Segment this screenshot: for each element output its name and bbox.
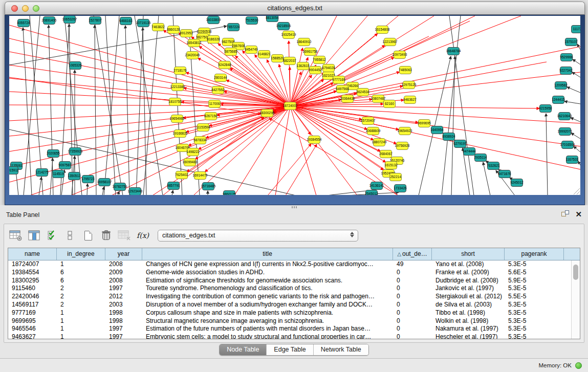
graph-node[interactable]: 1209582 [554, 82, 568, 90]
scrollbar-thumb[interactable] [573, 265, 578, 280]
graph-node[interactable]: 20891406 [42, 17, 57, 25]
vertical-scrollbar[interactable] [571, 260, 580, 339]
graph-node[interactable]: 1795723 [81, 176, 95, 183]
graph-node[interactable]: 8912953 [180, 30, 193, 37]
column-header-title[interactable]: title [142, 248, 393, 260]
graph-node[interactable]: 20364436 [340, 95, 355, 103]
graph-node[interactable]: 6497568 [336, 85, 349, 93]
graph-node[interactable]: 8454749 [245, 46, 258, 54]
graph-node[interactable]: 9097587 [58, 162, 72, 169]
graph-node[interactable]: 7625402 [175, 171, 188, 179]
graph-node[interactable]: 7632621 [487, 162, 500, 170]
row-options-icon[interactable] [64, 229, 76, 242]
window-titlebar[interactable]: citations_edges.txt [5, 2, 585, 15]
graph-node[interactable]: 62160 [384, 100, 396, 108]
graph-node[interactable]: 16210643 [557, 113, 572, 120]
graph-node[interactable]: 1588520 [271, 55, 284, 62]
graph-node[interactable]: 6794028 [322, 64, 335, 72]
graph-node[interactable]: 16648784 [446, 48, 461, 55]
column-header-out_de[interactable]: △out_de… [393, 248, 432, 260]
graph-node[interactable]: 16033809 [206, 16, 221, 24]
graph-node[interactable]: 7485063 [399, 67, 412, 74]
graph-node[interactable]: 1244415 [552, 96, 565, 104]
graph-node[interactable]: 12975125 [402, 81, 417, 89]
table-row[interactable]: 911546021997Tourette syndrome. Phenomeno… [8, 285, 571, 293]
graph-node[interactable]: 8860128 [167, 26, 180, 34]
graph-node[interactable]: 1362615 [296, 62, 310, 70]
graph-node[interactable]: 9529966 [560, 54, 573, 61]
graph-node[interactable]: 7515530 [245, 17, 258, 25]
graph-node[interactable]: 19218506 [276, 23, 291, 30]
graph-node[interactable]: 9215958 [539, 105, 552, 113]
graph-node[interactable]: 18640910 [297, 38, 312, 46]
graph-node[interactable]: 9463627 [403, 96, 417, 104]
graph-node[interactable]: 11153594 [196, 124, 210, 132]
graph-node[interactable]: 1167531 [566, 156, 579, 164]
zoom-button[interactable] [33, 5, 39, 12]
graph-node[interactable]: 9227342 [559, 67, 573, 75]
delete-table-icon[interactable] [118, 229, 131, 242]
graph-node[interactable]: 9860125 [223, 191, 236, 195]
graph-node[interactable]: 23420046 [185, 52, 200, 59]
graph-node[interactable]: 18807249 [372, 139, 387, 146]
graph-node[interactable]: 19756928 [395, 142, 410, 150]
graph-node[interactable]: 2935114 [474, 154, 487, 162]
column-header-in_degree[interactable]: in_degree [57, 248, 105, 260]
graph-node[interactable]: 5878334 [193, 137, 207, 144]
table-selector-dropdown[interactable]: citations_edges.txt [158, 230, 358, 242]
graph-node[interactable]: 10719135 [136, 19, 151, 27]
graph-node[interactable]: 19384554 [307, 136, 322, 144]
graph-node[interactable]: 15720407 [361, 117, 376, 125]
graph-node[interactable]: 9699695 [418, 120, 431, 127]
function-builder-icon[interactable]: f(x) [137, 229, 149, 242]
column-header-short[interactable]: short [432, 248, 505, 260]
graph-node[interactable]: 16914479 [193, 172, 208, 180]
graph-node[interactable]: 9474444 [463, 148, 476, 156]
graph-node[interactable]: 114519 [53, 170, 64, 178]
graph-node[interactable]: 12213389 [170, 83, 185, 91]
graph-node[interactable]: 7463822 [151, 24, 165, 31]
column-header-pagerank[interactable]: pagerank [505, 248, 564, 260]
delete-icon[interactable] [100, 229, 112, 242]
graph-node[interactable]: 9904452 [309, 67, 322, 74]
graph-node[interactable]: 4055724 [17, 19, 30, 27]
graph-node[interactable]: 10688609 [366, 127, 381, 135]
table-row[interactable]: 2242004622012Investigating the contribut… [8, 293, 571, 301]
graph-node[interactable]: 16782759 [113, 183, 127, 191]
table-row[interactable]: 1830029562008Estimation of significance … [8, 277, 571, 285]
graph-node[interactable]: 5875685 [224, 48, 237, 56]
graph-node[interactable]: 3915911 [9, 167, 19, 174]
graph-node[interactable]: 10653267 [62, 16, 77, 24]
graph-node[interactable]: 10973493 [393, 51, 407, 59]
graph-node[interactable]: 8471676 [498, 170, 511, 178]
float-panel-icon[interactable] [561, 210, 569, 218]
graph-node[interactable]: 2545012 [365, 190, 378, 195]
graph-node[interactable]: 16961758 [303, 48, 318, 56]
graph-node[interactable]: 19325419 [281, 31, 296, 39]
graph-node[interactable]: 16543812 [187, 39, 202, 47]
graph-node[interactable]: 6279197 [453, 140, 467, 148]
graph-node[interactable]: 1640954 [430, 126, 444, 134]
graph-node[interactable]: 2803144 [214, 74, 227, 82]
network-canvas[interactable]: 1872400718300295746382288601288912953222… [9, 16, 580, 195]
graph-node[interactable]: 19654985 [170, 115, 185, 123]
graph-node[interactable]: 11172 [572, 26, 581, 33]
close-button[interactable] [11, 5, 18, 12]
graph-node[interactable]: 1350513 [68, 172, 81, 180]
close-panel-icon[interactable]: ✕ [575, 210, 582, 218]
graph-node[interactable]: 6822037 [283, 57, 296, 65]
graph-node[interactable]: 1498222 [186, 148, 200, 156]
graph-node[interactable]: 1214275 [35, 169, 49, 177]
graph-node[interactable]: 9857791 [167, 182, 180, 190]
graph-node[interactable]: 16099483 [183, 159, 198, 166]
column-header-name[interactable]: name [8, 248, 57, 260]
graph-node[interactable]: 9245012 [510, 179, 524, 187]
graph-node[interactable]: 8938924 [442, 133, 455, 141]
graph-node[interactable]: 7857224 [227, 24, 240, 31]
graph-node[interactable]: 16958107 [97, 179, 112, 186]
graph-node[interactable]: 6466163 [119, 17, 133, 25]
graph-node[interactable]: 117006 [209, 100, 221, 108]
tab-node-table[interactable]: Node Table [220, 344, 266, 355]
graph-node[interactable]: 2684067 [379, 150, 393, 158]
graph-node[interactable]: 9777169 [332, 76, 345, 84]
